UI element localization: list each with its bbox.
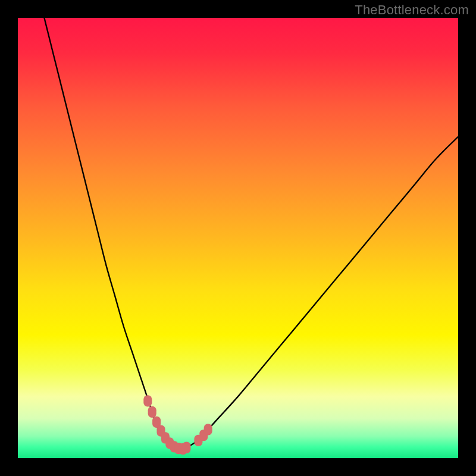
curve-layer bbox=[18, 18, 458, 458]
marker-point bbox=[143, 395, 152, 406]
plot-area bbox=[18, 18, 458, 458]
watermark-text: TheBottleneck.com bbox=[355, 2, 469, 18]
chart-frame: TheBottleneck.com bbox=[0, 0, 476, 476]
bottleneck-curve bbox=[44, 18, 458, 450]
marker-point bbox=[182, 442, 190, 453]
marker-point bbox=[148, 406, 156, 418]
highlighted-points bbox=[143, 395, 212, 455]
marker-point bbox=[204, 424, 212, 435]
